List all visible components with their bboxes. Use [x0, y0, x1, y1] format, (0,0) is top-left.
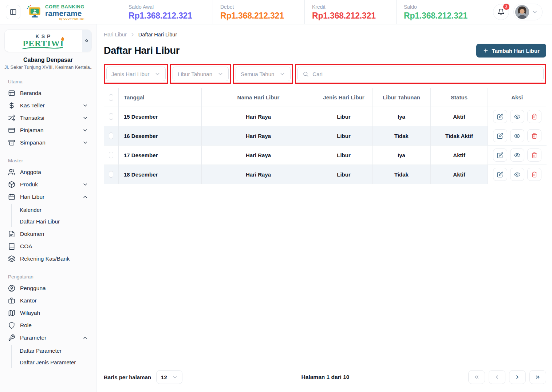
sidebar-item-pinjaman[interactable]: Pinjaman [4, 124, 92, 136]
trash-icon [531, 133, 537, 139]
cell-nama: Hari Raya [201, 126, 315, 146]
chevron-down-icon [82, 182, 88, 187]
chevrons-right-icon [535, 374, 541, 380]
row-checkbox[interactable] [109, 171, 113, 178]
chevron-left-icon [494, 374, 500, 380]
eye-icon [514, 152, 520, 158]
main-content: Hari Libur Daftar Hari Libur Daftar Hari… [96, 24, 552, 392]
col-jenis: Jenis Hari Libur [315, 88, 372, 107]
chevron-down-icon [82, 127, 88, 133]
filter-semua-tahun[interactable]: Semua Tahun [236, 67, 291, 81]
diamond-icon [84, 38, 90, 44]
stat-value: Rp1.368.212.321 [312, 11, 396, 21]
view-button[interactable] [510, 149, 524, 162]
view-button[interactable] [510, 168, 524, 181]
view-button[interactable] [510, 129, 524, 142]
shuffle-icon [8, 114, 15, 122]
delete-button[interactable] [527, 129, 541, 142]
balance-stats: Saldo Awal Rp1.368.212.321 Debet Rp1.368… [121, 0, 488, 24]
view-button[interactable] [510, 110, 524, 123]
section-label-pengaturan: Pengaturan [8, 274, 88, 280]
sidebar-item-coa[interactable]: COA [4, 240, 92, 253]
book-icon [8, 243, 15, 250]
sidebar-item-kantor[interactable]: Kantor [4, 294, 92, 307]
shield-icon [8, 322, 15, 329]
annotation-box-tahunan: Libur Tahunan [170, 64, 231, 84]
search-field [297, 67, 544, 81]
sidebar-item-rekening-kas-bank[interactable]: Rekening Kas/Bank [4, 253, 92, 265]
col-tanggal: Tanggal [118, 88, 201, 107]
package-icon [8, 181, 15, 188]
rows-per-page-label: Baris per halaman [104, 374, 151, 380]
breadcrumb-parent[interactable]: Hari Libur [104, 32, 127, 37]
delete-button[interactable] [527, 168, 541, 181]
sidebar-item-dokumen[interactable]: Dokumen [4, 228, 92, 240]
rows-per-page-select[interactable]: 12 [156, 370, 182, 384]
add-holiday-button[interactable]: Tambah Hari Libur [476, 44, 546, 58]
sidebar-item-label: Simpanan [20, 139, 46, 146]
cell-nama: Hari Raya [201, 146, 315, 165]
sidebar-item-label: Transaksi [20, 115, 44, 121]
sidebar-subitem-daftar-jenis-parameter[interactable]: Daftar Jenis Parameter [12, 356, 92, 368]
branch-collapse-button[interactable] [82, 30, 91, 52]
sidebar-item-simpanan[interactable]: Simpanan [4, 136, 92, 149]
notification-badge: 3 [503, 4, 509, 10]
rows-per-page-value: 12 [161, 374, 167, 380]
prev-page-button[interactable] [489, 370, 505, 384]
user-circle-icon [8, 285, 15, 292]
sidebar-item-transaksi[interactable]: Transaksi [4, 112, 92, 124]
edit-button[interactable] [493, 110, 507, 123]
table-row: 17 Desember Hari Raya Libur Iya Aktif [104, 146, 546, 165]
sidebar-subitem-daftar-parameter[interactable]: Daftar Parameter [12, 345, 92, 356]
cell-nama: Hari Raya [201, 165, 315, 184]
sidebar-item-label: Pinjaman [20, 127, 44, 134]
sidebar-item-wilayah[interactable]: Wilayah [4, 307, 92, 319]
top-header: CORE BANKING ramerame by COOP PERTIWI Sa… [0, 0, 552, 24]
trash-icon [531, 171, 537, 178]
cell-jenis: Libur [315, 146, 372, 165]
edit-icon [497, 171, 503, 178]
eye-icon [514, 114, 520, 120]
sidebar-subitem-kalender[interactable]: Kalender [12, 204, 92, 215]
sidebar-item-parameter[interactable]: Parameter [4, 332, 92, 344]
filter-jenis-hari-libur[interactable]: Jenis Hari Libur [106, 67, 166, 81]
row-checkbox[interactable] [109, 152, 113, 158]
sidebar-item-label: Pengguna [20, 285, 46, 292]
sidebar-item-label: Kantor [20, 297, 37, 304]
next-page-button[interactable] [509, 370, 526, 384]
sidebar-item-kas-teller[interactable]: Kas Teller [4, 99, 92, 112]
col-tahunan: Libur Tahunan [372, 88, 430, 107]
sidebar-item-role[interactable]: Role [4, 319, 92, 332]
parameter-submenu: Daftar Parameter Daftar Jenis Parameter [11, 345, 92, 368]
table-row: 16 Desember Hari Raya Libur Tidak Tidak … [104, 126, 546, 146]
sidebar-item-pengguna[interactable]: Pengguna [4, 282, 92, 294]
trash-icon [531, 152, 537, 158]
sidebar-item-hari-libur[interactable]: Hari Libur [4, 191, 92, 203]
first-page-button[interactable] [468, 370, 485, 384]
delete-button[interactable] [527, 149, 541, 162]
edit-button[interactable] [493, 149, 507, 162]
sidebar-item-anggota[interactable]: Anggota [4, 166, 92, 178]
section-label-utama: Utama [8, 79, 88, 84]
edit-button[interactable] [493, 168, 507, 181]
sidebar-item-produk[interactable]: Produk [4, 178, 92, 191]
notifications-button[interactable]: 3 [493, 4, 509, 20]
search-input[interactable] [312, 71, 539, 77]
edit-button[interactable] [493, 129, 507, 142]
delete-button[interactable] [527, 110, 541, 123]
row-checkbox[interactable] [109, 132, 113, 139]
breadcrumb-current: Daftar Hari Libur [138, 32, 177, 37]
sidebar-subitem-daftar-hari-libur[interactable]: Daftar Hari Libur [12, 215, 92, 227]
sidebar-item-beranda[interactable]: Beranda [4, 87, 92, 99]
table-header-row: Tanggal Nama Hari Libur Jenis Hari Libur… [104, 88, 546, 107]
sidebar-toggle-button[interactable] [6, 5, 20, 19]
row-checkbox[interactable] [109, 113, 113, 120]
stat-saldo-awal: Saldo Awal Rp1.368.212.321 [121, 0, 213, 24]
trash-icon [531, 114, 537, 120]
user-menu[interactable] [513, 4, 543, 20]
filter-tahunan-label: Libur Tahunan [178, 71, 212, 77]
cell-status: Tidak Aktif [430, 126, 488, 146]
last-page-button[interactable] [529, 370, 546, 384]
filter-libur-tahunan[interactable]: Libur Tahunan [173, 67, 229, 81]
select-all-checkbox[interactable] [109, 94, 113, 101]
